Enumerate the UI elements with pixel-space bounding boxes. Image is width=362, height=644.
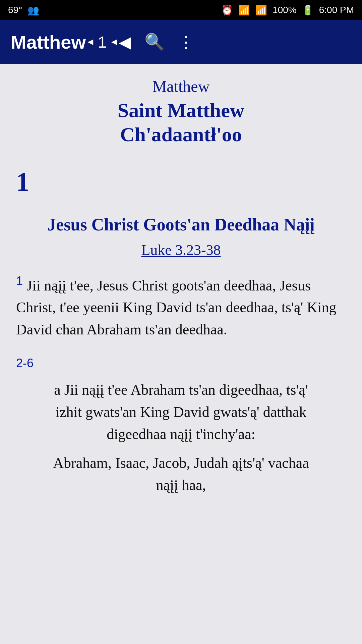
verse-1: 1 Jii nąįį t'ee, Jesus Christ goots'an d…: [16, 272, 346, 341]
verse-1-text: Jii nąįį t'ee, Jesus Christ goots'an dee…: [16, 277, 336, 338]
status-bar: 69° 👥 ⏰ 📶 📶 100% 🔋 6:00 PM: [0, 0, 362, 20]
subtitle-line1: Saint Matthew: [118, 99, 244, 121]
book-subtitle: Saint Matthew Ch'adaantł'oo: [16, 98, 346, 147]
status-right: ⏰ 📶 📶 100% 🔋 6:00 PM: [221, 5, 354, 16]
subtitle-line2: Ch'adaantł'oo: [120, 123, 242, 146]
temperature: 69°: [8, 5, 22, 15]
book-name: Matthew: [16, 77, 346, 96]
verse-2-6-text-intro: a Jii nąįį t'ee Abraham ts'an digeedhaa,…: [16, 379, 346, 445]
battery-icon: 🔋: [302, 5, 314, 16]
main-content: Matthew Saint Matthew Ch'adaantł'oo 1 Je…: [0, 64, 362, 523]
mute-icon[interactable]: ◀: [119, 33, 131, 51]
book-title-header[interactable]: Matthew: [11, 31, 86, 53]
cross-reference[interactable]: Luke 3.23-38: [16, 241, 346, 259]
alarm-icon: ⏰: [221, 5, 233, 16]
verse-1-num: 1: [16, 274, 23, 288]
contacts-icon: 👥: [27, 5, 39, 16]
battery-level: 100%: [273, 5, 297, 15]
verse-2-6: 2-6 a Jii nąįį t'ee Abraham ts'an digeed…: [16, 354, 346, 496]
chapter-number-header[interactable]: 1: [98, 33, 107, 51]
verse-2-6-text-list: Abraham, Isaac, Jacob, Judah ąįts'ą' vac…: [16, 452, 346, 496]
more-options-icon[interactable]: ⋮: [178, 33, 194, 51]
clock: 6:00 PM: [319, 5, 354, 15]
chapter-nav: ◄ 1 ◄: [86, 33, 119, 51]
section-heading: Jesus Christ Goots'an Deedhaa Nąįį: [16, 213, 346, 236]
next-chapter-icon[interactable]: ◄: [109, 37, 119, 47]
chapter-number-display: 1: [16, 167, 346, 197]
search-icon[interactable]: 🔍: [144, 33, 165, 51]
toolbar-actions: ◀ 🔍 ⋮: [119, 33, 194, 51]
signal-icon: 📶: [255, 5, 267, 16]
toolbar: Matthew ◄ 1 ◄ ◀ 🔍 ⋮: [0, 20, 362, 64]
wifi-icon: 📶: [238, 5, 250, 16]
status-left: 69° 👥: [8, 5, 39, 16]
prev-chapter-icon[interactable]: ◄: [86, 37, 95, 47]
verse-2-6-num: 2-6: [16, 356, 34, 370]
